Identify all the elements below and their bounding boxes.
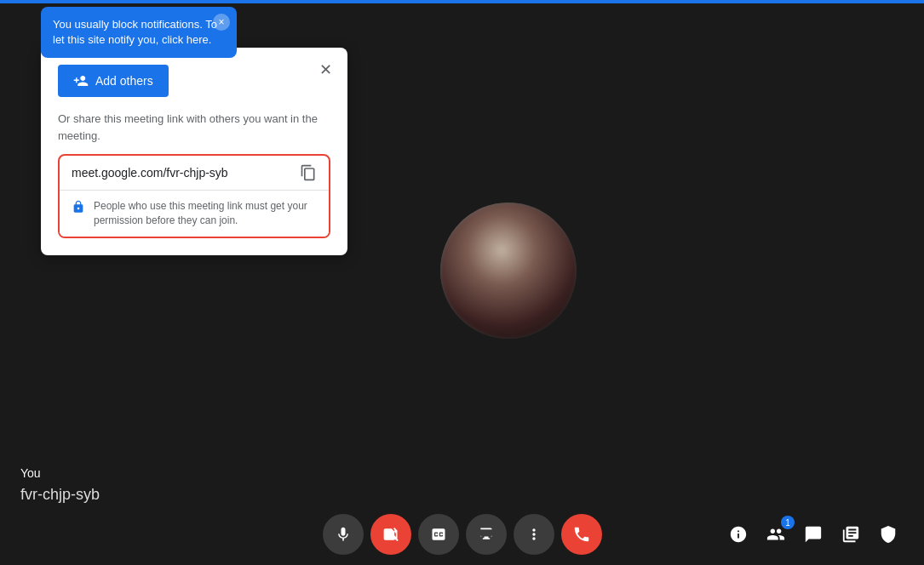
copy-link-button[interactable] (300, 164, 317, 181)
invite-dialog: ✕ Add others Or share this meeting link … (41, 48, 347, 255)
lock-icon (72, 200, 85, 214)
meeting-code-label: fvr-chjp-syb (20, 486, 100, 504)
share-text: Or share this meeting link with others y… (58, 111, 330, 144)
captions-button[interactable] (418, 514, 459, 555)
bottom-toolbar: 1 (0, 504, 924, 565)
meeting-link-box: meet.google.com/fvr-chjp-syb People who … (58, 154, 330, 238)
camera-button[interactable] (370, 514, 411, 555)
hangup-icon (572, 525, 591, 544)
security-row: People who use this meeting link must ge… (60, 191, 329, 237)
avatar (440, 203, 577, 339)
participants-badge: 1 (781, 516, 795, 529)
avatar-image (440, 203, 577, 339)
security-note-text: People who use this meeting link must ge… (94, 199, 317, 228)
notification-tooltip: You usually block notifications. To let … (41, 7, 237, 58)
present-icon (478, 526, 495, 543)
captions-icon (430, 526, 447, 543)
hangup-button[interactable] (561, 514, 602, 555)
notification-text: You usually block notifications. To let … (53, 18, 217, 46)
participant-you-label: You (20, 466, 41, 480)
microphone-button[interactable] (323, 514, 364, 555)
close-icon: ✕ (319, 60, 332, 79)
microphone-icon (335, 526, 352, 543)
meeting-info-button[interactable] (723, 519, 754, 550)
add-others-button[interactable]: Add others (58, 65, 169, 97)
notification-close-button[interactable]: × (213, 14, 230, 31)
chat-button[interactable] (798, 519, 829, 550)
add-person-icon (73, 73, 89, 88)
participants-button[interactable]: 1 (760, 519, 791, 550)
add-others-label: Add others (95, 74, 153, 88)
copy-icon (300, 164, 317, 181)
info-icon (729, 525, 748, 544)
more-options-button[interactable] (514, 514, 554, 555)
activities-icon (841, 525, 860, 544)
toolbar-right-controls: 1 (723, 519, 904, 550)
dialog-close-button[interactable]: ✕ (313, 58, 337, 82)
people-icon (766, 525, 785, 544)
host-controls-button[interactable] (873, 519, 904, 550)
shield-icon (879, 525, 898, 544)
camera-off-icon (382, 526, 399, 543)
chat-icon (804, 525, 823, 544)
link-row: meet.google.com/fvr-chjp-syb (60, 156, 329, 191)
meeting-link-text: meet.google.com/fvr-chjp-syb (72, 166, 228, 180)
activities-button[interactable] (835, 519, 866, 550)
present-button[interactable] (466, 514, 507, 555)
more-vert-icon (525, 526, 542, 543)
toolbar-center-controls (323, 514, 602, 555)
